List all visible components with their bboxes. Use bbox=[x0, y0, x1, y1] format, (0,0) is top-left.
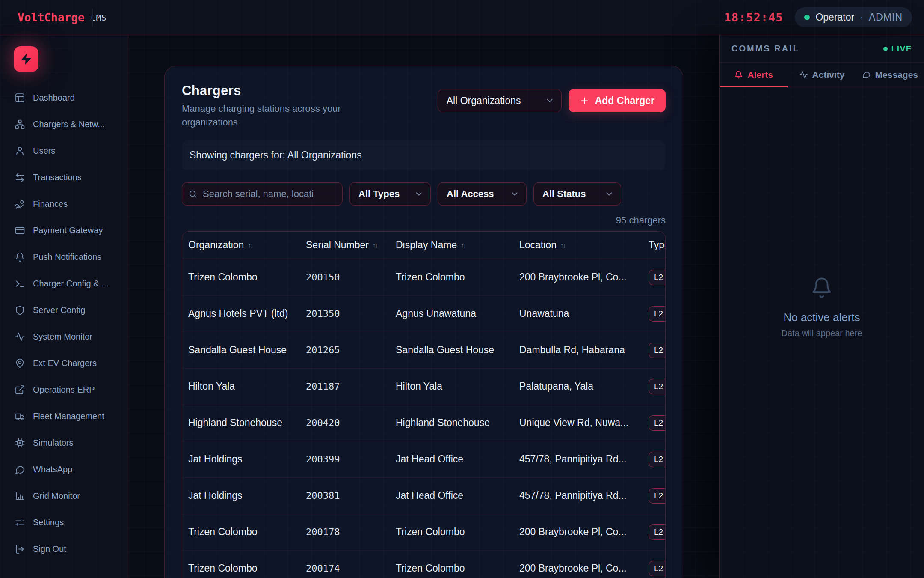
zap-icon bbox=[19, 52, 33, 66]
table-row[interactable]: Hilton Yala 201187 Hilton Yala Palatupan… bbox=[182, 368, 666, 405]
chart-icon bbox=[15, 491, 25, 501]
organization-select[interactable]: All Organizations bbox=[438, 89, 562, 112]
page-header: Chargers Manage charging stations across… bbox=[182, 83, 375, 129]
plus-icon bbox=[580, 96, 589, 106]
search-icon bbox=[188, 189, 198, 199]
table-row[interactable]: Highland Stonehouse 200420 Highland Ston… bbox=[182, 405, 666, 441]
card-icon bbox=[15, 225, 25, 236]
chat-icon bbox=[862, 70, 871, 79]
type-badge: L2 bbox=[649, 306, 666, 322]
tab-alerts[interactable]: Alerts bbox=[720, 63, 788, 87]
type-badge: L2 bbox=[649, 379, 666, 394]
sort-icon: ↑↓ bbox=[373, 241, 377, 249]
sidebar-item-charger-config[interactable]: Charger Config & ... bbox=[0, 274, 128, 293]
sidebar-item-chargers-netw[interactable]: Chargers & Netw... bbox=[0, 114, 128, 134]
sidebar-item-server-config[interactable]: Server Config bbox=[0, 300, 128, 320]
sidebar-item-whatsapp[interactable]: WhatsApp bbox=[0, 459, 128, 479]
brand-suffix: CMS bbox=[91, 12, 107, 23]
main-content: Chargers Manage charging stations across… bbox=[128, 35, 719, 578]
type-badge: L2 bbox=[649, 415, 666, 431]
chargers-table: Organization↑↓Serial Number↑↓Display Nam… bbox=[182, 231, 666, 578]
sort-icon: ↑↓ bbox=[248, 241, 252, 249]
external-icon bbox=[15, 384, 25, 395]
type-badge: L2 bbox=[649, 561, 666, 576]
topbar-divider bbox=[92, 9, 93, 27]
access-filter-select[interactable]: All Access bbox=[438, 182, 527, 206]
table-row[interactable]: Sandalla Guest House 201265 Sandalla Gue… bbox=[182, 332, 666, 368]
table-row[interactable]: Agnus Hotels PVT (ltd) 201350 Agnus Unaw… bbox=[182, 295, 666, 332]
live-dot bbox=[883, 47, 888, 51]
sidebar-item-dashboard[interactable]: Dashboard bbox=[0, 88, 128, 107]
table-row[interactable]: Jat Holdings 200399 Jat Head Office 457/… bbox=[182, 441, 666, 477]
alerts-empty-state: No active alerts Data will appear here bbox=[720, 87, 924, 578]
type-badge: L2 bbox=[649, 488, 666, 504]
table-row[interactable]: Jat Holdings 200381 Jat Head Office 457/… bbox=[182, 477, 666, 514]
sidebar-item-grid-monitor[interactable]: Grid Monitor bbox=[0, 486, 128, 506]
column-header-display-name[interactable]: Display Name↑↓ bbox=[390, 239, 513, 251]
page-title: Chargers bbox=[182, 83, 375, 98]
top-bar: VoltCharge CMS 18:52:45 Operator · ADMIN bbox=[0, 0, 924, 35]
shield-icon bbox=[15, 305, 25, 316]
user-icon bbox=[15, 146, 25, 156]
sliders-icon bbox=[15, 517, 25, 528]
sidebar-item-operations-erp[interactable]: Operations ERP bbox=[0, 380, 128, 399]
charger-count: 95 chargers bbox=[182, 215, 666, 226]
app-logo bbox=[14, 46, 38, 72]
coins-icon bbox=[15, 199, 25, 209]
sidebar-item-payment-gateway[interactable]: Payment Gateway bbox=[0, 220, 128, 240]
table-row[interactable]: Trizen Colombo 200150 Trizen Colombo 200… bbox=[182, 259, 666, 295]
sidebar-item-ext-ev-chargers[interactable]: Ext EV Chargers bbox=[0, 353, 128, 373]
truck-icon bbox=[15, 411, 25, 422]
comms-rail: COMMS RAIL LIVE Alerts Activity bbox=[719, 35, 924, 578]
empty-title: No active alerts bbox=[783, 311, 860, 324]
user-name: Operator bbox=[815, 12, 854, 23]
table-row[interactable]: Trizen Colombo 200174 Trizen Colombo 200… bbox=[182, 550, 666, 578]
sidebar: Dashboard Chargers & Netw... Users Trans… bbox=[0, 35, 128, 578]
sidebar-item-simulators[interactable]: Simulators bbox=[0, 433, 128, 453]
table-row[interactable]: Trizen Colombo 200178 Trizen Colombo 200… bbox=[182, 514, 666, 550]
sidebar-item-users[interactable]: Users bbox=[0, 141, 128, 161]
comms-rail-title: COMMS RAIL bbox=[732, 44, 800, 54]
bell-icon bbox=[810, 276, 834, 300]
chargers-card: Chargers Manage charging stations across… bbox=[164, 66, 683, 578]
type-badge: L2 bbox=[649, 524, 666, 540]
dashboard-icon bbox=[15, 92, 25, 103]
sidebar-item-push-notifications[interactable]: Push Notifications bbox=[0, 247, 128, 267]
chevron-down-icon bbox=[545, 96, 554, 105]
type-badge: L2 bbox=[649, 270, 666, 285]
add-charger-button[interactable]: Add Charger bbox=[569, 89, 666, 112]
activity-icon bbox=[15, 331, 25, 342]
column-header-location[interactable]: Location↑↓ bbox=[513, 239, 643, 251]
sort-icon: ↑↓ bbox=[560, 241, 565, 249]
bell-icon bbox=[734, 70, 743, 79]
tab-messages[interactable]: Messages bbox=[856, 63, 924, 87]
sidebar-item-finances[interactable]: Finances bbox=[0, 194, 128, 214]
sidebar-item-sign-out[interactable]: Sign Out bbox=[0, 539, 128, 559]
user-badge[interactable]: Operator · ADMIN bbox=[795, 7, 912, 27]
live-badge: LIVE bbox=[883, 44, 912, 54]
empty-subtitle: Data will appear here bbox=[782, 328, 862, 338]
pin-icon bbox=[15, 358, 25, 369]
sidebar-item-system-monitor[interactable]: System Monitor bbox=[0, 327, 128, 346]
status-filter-select[interactable]: All Status bbox=[533, 182, 621, 206]
type-filter-select[interactable]: All Types bbox=[349, 182, 431, 206]
type-badge: L2 bbox=[649, 452, 666, 467]
arrows-icon bbox=[15, 172, 25, 183]
sidebar-item-fleet-management[interactable]: Fleet Management bbox=[0, 406, 128, 426]
column-header-serial-number[interactable]: Serial Number↑↓ bbox=[300, 239, 390, 251]
tab-activity[interactable]: Activity bbox=[788, 63, 856, 87]
terminal-icon bbox=[15, 278, 25, 289]
network-icon bbox=[15, 119, 25, 130]
rail-tabs: Alerts Activity Messages bbox=[720, 63, 924, 87]
app-root: VoltCharge CMS 18:52:45 Operator · ADMIN bbox=[0, 0, 924, 578]
sort-icon: ↑↓ bbox=[461, 241, 465, 249]
bell-icon bbox=[15, 252, 25, 262]
activity-icon bbox=[799, 70, 808, 79]
sidebar-item-transactions[interactable]: Transactions bbox=[0, 167, 128, 187]
chip-icon bbox=[15, 438, 25, 448]
type-badge: L2 bbox=[649, 343, 666, 358]
sidebar-item-settings[interactable]: Settings bbox=[0, 512, 128, 532]
column-header-organization[interactable]: Organization↑↓ bbox=[182, 239, 300, 251]
search-input[interactable] bbox=[203, 188, 336, 200]
chat-icon bbox=[15, 464, 25, 475]
